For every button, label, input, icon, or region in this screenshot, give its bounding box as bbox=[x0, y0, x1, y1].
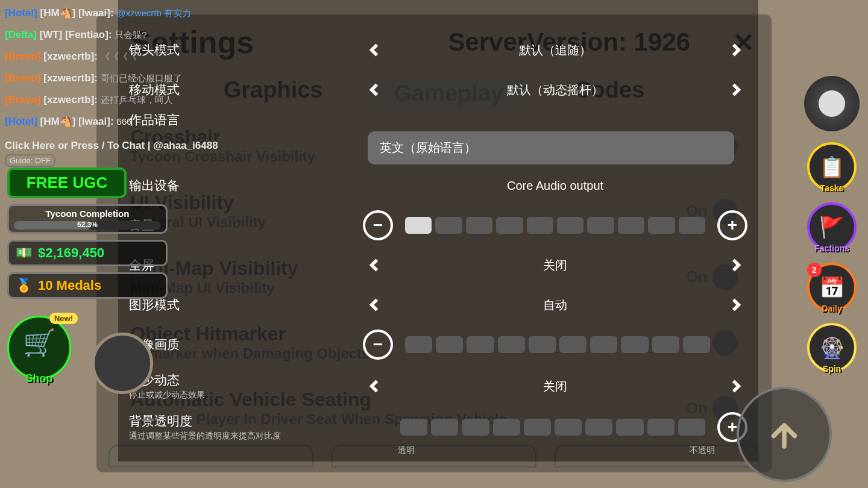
tycoon-progress-pill[interactable]: Tycoon Completion 52.3% bbox=[7, 204, 168, 234]
chat-line: [Hotel] [HM🐴] [Iwaai]: @xzwecrtb 有实力 bbox=[5, 2, 246, 24]
chevron-left-icon[interactable] bbox=[363, 374, 387, 398]
arrow-up-icon bbox=[766, 416, 802, 452]
chevron-right-icon[interactable] bbox=[723, 38, 747, 62]
new-badge: New! bbox=[49, 313, 78, 324]
avatar-circle bbox=[92, 333, 153, 394]
setting-output-device: 输出设备 Core Audio output bbox=[118, 166, 758, 205]
chat-line: [Bravo] [xzwecrtb]: 《《《《 bbox=[5, 46, 246, 67]
setting-graphics-quality: 图像画质 − bbox=[118, 325, 758, 364]
hud-right-column: 📋 Tasks 🚩 Factions 2 📅 Daily 🎡 Spin bbox=[804, 76, 860, 372]
tycoon-progress-bar: 52.3% bbox=[14, 221, 161, 230]
chevron-left-icon[interactable] bbox=[363, 293, 387, 317]
medals-pill[interactable]: 🏅 10 Medals bbox=[7, 272, 168, 299]
virtual-joystick[interactable] bbox=[804, 76, 860, 131]
chevron-left-icon[interactable] bbox=[363, 38, 387, 62]
setting-language-value[interactable]: 英文（原始语言） bbox=[368, 131, 734, 164]
minus-button[interactable]: − bbox=[363, 330, 393, 360]
wheel-icon: 🎡 bbox=[819, 336, 844, 360]
bg-transparency-hints: 透明 不透明 bbox=[118, 445, 758, 456]
free-ugc-button[interactable]: FREE UGC bbox=[7, 167, 127, 198]
chevron-right-icon[interactable] bbox=[723, 78, 747, 102]
money-pill[interactable]: 💵 $2,169,450 bbox=[7, 240, 168, 266]
chevron-right-icon[interactable] bbox=[723, 293, 747, 317]
chat-input[interactable]: Click Here or Press / To Chat | @ahaa_i6… bbox=[5, 140, 246, 152]
cart-icon: 🛒 bbox=[9, 318, 69, 368]
factions-button[interactable]: 🚩 Factions bbox=[807, 202, 857, 252]
chat-line: [Delta] [WT] [Fentiao]: 只会躲? bbox=[5, 24, 246, 46]
cash-icon: 💵 bbox=[14, 246, 33, 260]
guide-toggle[interactable]: Guide: OFF bbox=[5, 154, 55, 167]
daily-button[interactable]: 2 📅 Daily bbox=[807, 263, 857, 312]
clipboard-icon: 📋 bbox=[819, 155, 844, 179]
chevron-right-icon[interactable] bbox=[723, 253, 747, 277]
chevron-left-icon[interactable] bbox=[363, 78, 387, 102]
graphics-quality-slider[interactable] bbox=[405, 336, 710, 353]
setting-reduce-motion: 减少动态 停止或减少动态效果 关闭 bbox=[118, 364, 758, 408]
chat-line: [Bravo] [xzwecrtb]: 哥们已经心服口服了 bbox=[5, 67, 246, 89]
setting-graphics-mode: 图形模式 自动 bbox=[118, 285, 758, 325]
chat-panel: [Hotel] [HM🐴] [Iwaai]: @xzwecrtb 有实力[Del… bbox=[5, 0, 246, 167]
joystick-thumb bbox=[819, 90, 845, 117]
chat-line: [Hotel] [HM🐴] [Iwaai]: 666 bbox=[5, 111, 246, 133]
hud-left-column: FREE UGC Tycoon Completion 52.3% 💵 $2,16… bbox=[7, 167, 158, 299]
banner-icon: 🚩 bbox=[819, 215, 844, 239]
tasks-button[interactable]: 📋 Tasks bbox=[807, 142, 857, 192]
setting-fullscreen: 全屏 关闭 bbox=[118, 245, 758, 285]
minus-button[interactable]: − bbox=[363, 210, 393, 240]
jump-button[interactable] bbox=[737, 387, 832, 482]
spin-button[interactable]: 🎡 Spin bbox=[807, 323, 857, 372]
chat-line: [Bravo] [xzwecrtb]: 还打乒乓球，呵人 bbox=[5, 89, 246, 111]
bg-transparency-slider[interactable] bbox=[400, 419, 705, 436]
setting-volume: 音量 − + bbox=[118, 205, 758, 245]
notification-badge: 2 bbox=[807, 263, 822, 277]
plus-button[interactable]: + bbox=[717, 210, 747, 240]
volume-slider[interactable] bbox=[405, 217, 705, 234]
chevron-right-icon[interactable] bbox=[723, 374, 747, 398]
shop-button[interactable]: New! 🛒 Shop bbox=[7, 316, 71, 380]
setting-background-transparency: 背景透明度 通过调整某些背景的透明度来提高对比度 + bbox=[118, 408, 758, 446]
chevron-left-icon[interactable] bbox=[363, 253, 387, 277]
calendar-icon: 📅 bbox=[819, 275, 844, 299]
medal-icon: 🏅 bbox=[14, 278, 33, 293]
